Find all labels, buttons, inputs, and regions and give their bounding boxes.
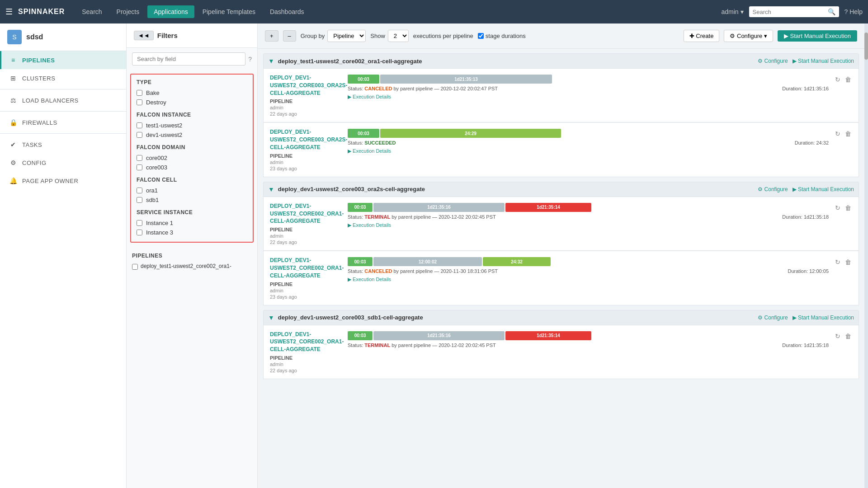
collapse-filters-button[interactable]: ◄◄ [134, 31, 154, 40]
filter-instance-3-checkbox[interactable] [137, 230, 142, 235]
execution-info-1-2: DEPLOY_DEV1-USWEST2_CORE003_ORA2S-CELL-A… [270, 128, 342, 171]
execution-info-1-1: DEPLOY_DEV1-USWEST2_CORE003_ORA2S-CELL-A… [270, 74, 342, 117]
filter-core002[interactable]: core002 [137, 153, 247, 163]
sidebar-item-clusters[interactable]: ⊞ CLUSTERS [0, 69, 126, 87]
filter-core002-checkbox[interactable] [137, 155, 142, 161]
exec-details-link-2-2[interactable]: ▶ Execution Details [348, 277, 391, 282]
scrollbar[interactable] [864, 23, 868, 488]
search-help-icon[interactable]: ? [248, 56, 252, 63]
retry-button-2-2[interactable]: ↻ [834, 258, 841, 267]
execution-link-2-2[interactable]: DEPLOY_DEV1-USWEST2_CORE002_ORA1-CELL-AG… [270, 257, 344, 279]
group-configure-link-3[interactable]: ⚙ Configure [758, 314, 788, 321]
group-start-link-3[interactable]: ▶ Start Manual Execution [793, 314, 854, 321]
execution-item-2-1: DEPLOY_DEV1-USWEST2_CORE002_ORA1-CELL-AG… [263, 197, 859, 251]
pipeline-filter-checkbox-1[interactable] [132, 264, 138, 270]
filter-instance-1[interactable]: Instance 1 [137, 218, 247, 228]
create-button[interactable]: ✚ Create [684, 30, 720, 42]
group-start-link-2[interactable]: ▶ Start Manual Execution [793, 186, 854, 192]
delete-button-1-2[interactable]: 🗑 [844, 129, 852, 138]
execution-link-3-1[interactable]: DEPLOY_DEV1-USWEST2_CORE002_ORA1-CELL-AG… [270, 331, 344, 353]
nav-dashboards[interactable]: Dashboards [264, 5, 311, 18]
help-link[interactable]: ? Help [844, 8, 863, 15]
filter-instance-1-checkbox[interactable] [137, 220, 142, 226]
filter-test1-uswest2-checkbox[interactable] [137, 122, 142, 128]
menu-icon[interactable]: ☰ [5, 7, 13, 17]
filter-sdb1[interactable]: sdb1 [137, 195, 247, 205]
delete-button-3-1[interactable]: 🗑 [844, 332, 852, 341]
sidebar-item-firewalls[interactable]: 🔒 FIREWALLS [0, 113, 126, 131]
pipeline-label-1-2: PIPELINE [270, 153, 342, 159]
add-execution-button[interactable]: + [265, 30, 278, 42]
delete-button-2-1[interactable]: 🗑 [844, 203, 852, 212]
filter-sdb1-checkbox[interactable] [137, 197, 142, 203]
group-toggle-3[interactable]: ▼ [268, 314, 274, 321]
filter-instance-3[interactable]: Instance 3 [137, 228, 247, 237]
execution-link-2-1[interactable]: DEPLOY_DEV1-USWEST2_CORE002_ORA1-CELL-AG… [270, 203, 344, 225]
exec-status-2-2: Status: CANCELED by parent pipeline — 20… [348, 268, 498, 274]
execution-user-3-1: admin [270, 361, 342, 367]
sidebar-item-tasks[interactable]: ✔ TASKS [0, 136, 126, 154]
execution-link-1-1[interactable]: DEPLOY_DEV1-USWEST2_CORE003_ORA2S-CELL-A… [270, 75, 347, 96]
filter-test1-uswest2[interactable]: test1-uswest2 [137, 121, 247, 130]
group-start-link-1[interactable]: ▶ Start Manual Execution [793, 58, 854, 64]
delete-button-2-2[interactable]: 🗑 [844, 258, 852, 267]
retry-button-1-2[interactable]: ↻ [834, 129, 841, 138]
stage-durations-checkbox[interactable] [478, 33, 484, 39]
filter-core003-checkbox[interactable] [137, 164, 142, 170]
retry-button-2-1[interactable]: ↻ [834, 203, 841, 212]
scrollbar-thumb[interactable] [864, 33, 868, 60]
filter-ora1-label: ora1 [146, 187, 158, 194]
admin-menu[interactable]: admin ▾ [722, 8, 744, 15]
filter-destroy-checkbox[interactable] [137, 99, 142, 105]
sidebar-header: S sdsd [0, 23, 126, 51]
filter-destroy-label: Destroy [146, 99, 166, 106]
nav-pipeline-templates[interactable]: Pipeline Templates [196, 5, 262, 18]
retry-button-1-1[interactable]: ↻ [834, 75, 841, 84]
execution-info-2-2: DEPLOY_DEV1-USWEST2_CORE002_ORA1-CELL-AG… [270, 257, 342, 299]
exec-details-link-1-2[interactable]: ▶ Execution Details [348, 148, 391, 154]
nav-search[interactable]: Search [75, 5, 108, 18]
filter-dev1-uswest2-label: dev1-uswest2 [146, 131, 182, 138]
bar-row-3-1: 00:03 1d21:35:16 1d21:35:14 [348, 331, 829, 341]
exec-details-link-1-1[interactable]: ▶ Execution Details [348, 94, 391, 100]
sidebar-item-load-balancers[interactable]: ⚖ LOAD BALANCERS [0, 91, 126, 109]
execution-row-2-1: DEPLOY_DEV1-USWEST2_CORE002_ORA1-CELL-AG… [270, 202, 852, 245]
nav-search-input[interactable] [753, 9, 825, 15]
sidebar-item-page-app-owner[interactable]: 🔔 PAGE APP OWNER [0, 172, 126, 190]
show-count-select[interactable]: 2 [388, 30, 409, 42]
filter-ora1-checkbox[interactable] [137, 188, 142, 193]
exec-status-2-1: Status: TERMINAL by parent pipeline — 20… [348, 214, 496, 220]
firewalls-icon: 🔒 [9, 119, 18, 126]
executions-per-pipeline-text: executions per pipeline [413, 33, 473, 39]
bar-row-2-1: 00:03 1d21:35:16 1d21:35:14 [348, 202, 829, 212]
delete-button-1-1[interactable]: 🗑 [844, 75, 852, 84]
exec-controls-2-2: ↻ 🗑 [834, 257, 852, 267]
filter-dev1-uswest2-checkbox[interactable] [137, 132, 142, 138]
show-container: Show 2 [370, 30, 409, 42]
filter-core003[interactable]: core003 [137, 163, 247, 172]
execution-link-1-2[interactable]: DEPLOY_DEV1-USWEST2_CORE003_ORA2S-CELL-A… [270, 129, 347, 150]
execution-time-1-2: 23 days ago [270, 166, 342, 171]
retry-button-3-1[interactable]: ↻ [834, 332, 841, 341]
filter-destroy[interactable]: Destroy [137, 98, 247, 107]
pipeline-filter-item-1[interactable]: deploy_test1-uswest2_core002_ora1- [132, 262, 252, 271]
configure-button[interactable]: ⚙ Configure ▾ [724, 30, 773, 42]
remove-execution-button[interactable]: – [283, 30, 296, 42]
start-manual-execution-button[interactable]: ▶ Start Manual Execution [778, 30, 857, 42]
pipeline-group-header-1: ▼ deploy_test1-uswest2_core002_ora1-cell… [263, 53, 859, 69]
sidebar-item-config[interactable]: ⚙ CONFIG [0, 154, 126, 172]
group-configure-link-1[interactable]: ⚙ Configure [758, 58, 788, 64]
group-by-select[interactable]: Pipeline [327, 30, 366, 42]
filter-bake-checkbox[interactable] [137, 90, 142, 96]
filter-ora1[interactable]: ora1 [137, 186, 247, 195]
group-configure-link-2[interactable]: ⚙ Configure [758, 186, 788, 192]
filter-bake[interactable]: Bake [137, 88, 247, 98]
sidebar-item-pipelines[interactable]: ≡ PIPELINES [0, 51, 126, 69]
nav-projects[interactable]: Projects [110, 5, 146, 18]
search-by-field-input[interactable] [132, 52, 245, 66]
group-toggle-1[interactable]: ▼ [268, 57, 274, 65]
group-toggle-2[interactable]: ▼ [268, 186, 274, 193]
exec-details-link-2-1[interactable]: ▶ Execution Details [348, 222, 391, 228]
nav-applications[interactable]: Applications [147, 5, 194, 18]
filter-dev1-uswest2[interactable]: dev1-uswest2 [137, 130, 247, 140]
